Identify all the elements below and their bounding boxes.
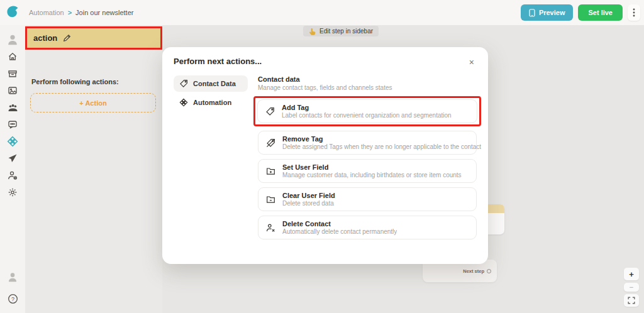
annotation-highlight: Add Tag Label contacts for convenient or…: [253, 96, 481, 126]
zoom-in-button[interactable]: +: [624, 268, 639, 280]
action-item-desc: Label contacts for convenient organizati…: [282, 112, 452, 119]
action-item-title: Delete Contact: [282, 220, 397, 228]
knot-icon: [179, 98, 188, 107]
next-step-connector-icon[interactable]: [487, 269, 491, 273]
tag-off-icon: [266, 138, 275, 148]
sidebar-item-settings[interactable]: [4, 184, 21, 200]
next-actions-modal: Perform next actions... × Contact Data A…: [162, 47, 488, 264]
folder-plus-icon: [266, 167, 275, 176]
set-live-button[interactable]: Set live: [578, 4, 623, 21]
section-subtitle: Manage contact tags, fields and channels…: [258, 84, 477, 91]
action-item-add-tag[interactable]: Add Tag Label contacts for convenient or…: [257, 99, 477, 123]
modal-header: Perform next actions... ×: [174, 57, 477, 68]
sidebar-item-contacts[interactable]: [4, 167, 21, 184]
preview-button-label: Preview: [539, 9, 565, 16]
close-icon[interactable]: ×: [467, 57, 477, 68]
step-name-label: action: [33, 33, 57, 43]
edit-step-tooltip: Edit step in sidebar: [303, 26, 379, 36]
fit-to-screen-button[interactable]: [624, 294, 639, 307]
panel-subtitle: Perform following actions:: [31, 78, 119, 85]
section-title: Contact data: [258, 75, 477, 83]
device-icon: [529, 9, 535, 17]
sidebar-item-store[interactable]: [4, 65, 21, 82]
breadcrumb: Automation > Join our newsletter: [29, 0, 133, 25]
topbar-actions: Preview Set live: [521, 4, 640, 21]
sidebar-rail: ?: [0, 25, 25, 313]
tab-contact-data[interactable]: Contact Data: [174, 75, 248, 92]
person-remove-icon: [266, 223, 275, 233]
tab-automation[interactable]: Automation: [174, 94, 248, 111]
help-icon[interactable]: ?: [4, 290, 21, 307]
action-item-delete-contact[interactable]: Delete Contact Automatically delete cont…: [258, 216, 477, 239]
next-step-label: Next step: [463, 268, 484, 274]
step-editor-panel: action Perform following actions: + Acti…: [25, 25, 162, 313]
workspace-avatar[interactable]: [4, 31, 21, 48]
action-item-title: Add Tag: [282, 104, 452, 111]
sidebar-bottom-group: ?: [4, 268, 21, 313]
tab-automation-label: Automation: [193, 99, 231, 106]
sidebar-item-home[interactable]: [4, 48, 21, 65]
preview-button[interactable]: Preview: [521, 4, 574, 21]
zoom-out-button[interactable]: −: [624, 283, 639, 292]
folder-minus-icon: [266, 195, 275, 204]
action-item-desc: Delete stored data: [282, 200, 335, 207]
user-avatar[interactable]: [4, 269, 21, 285]
modal-content: Contact data Manage contact tags, fields…: [258, 75, 477, 239]
action-item-remove-tag[interactable]: Remove Tag Delete assigned Tags when the…: [258, 131, 477, 155]
breadcrumb-section[interactable]: Automation: [29, 9, 64, 16]
breadcrumb-chevron-icon: >: [68, 9, 72, 16]
tag-icon: [265, 107, 275, 116]
action-item-title: Set User Field: [282, 163, 462, 171]
svg-text:?: ?: [11, 295, 14, 302]
hand-pointer-icon: [309, 28, 316, 35]
action-item-title: Remove Tag: [282, 135, 481, 143]
modal-tab-list: Contact Data Automation: [174, 75, 248, 239]
set-live-button-label: Set live: [588, 9, 613, 16]
action-item-desc: Manage customer data, including birthdat…: [282, 172, 462, 178]
canvas-zoom-controls: + −: [624, 268, 639, 307]
modal-body: Contact Data Automation Contact data Man…: [174, 75, 477, 239]
kebab-menu-icon: [633, 8, 635, 17]
sidebar-item-automation[interactable]: [4, 133, 21, 150]
action-item-desc: Delete assigned Tags when they are no lo…: [282, 143, 481, 150]
sidebar-item-chats[interactable]: [4, 116, 21, 133]
app-logo-icon[interactable]: [4, 4, 21, 21]
top-bar: Automation > Join our newsletter Preview…: [0, 0, 644, 25]
breadcrumb-page: Join our newsletter: [75, 9, 133, 16]
modal-title: Perform next actions...: [174, 57, 262, 66]
action-item-set-user-field[interactable]: Set User Field Manage customer data, inc…: [258, 159, 477, 183]
sidebar-item-audience[interactable]: [4, 99, 21, 116]
action-item-clear-user-field[interactable]: Clear User Field Delete stored data: [258, 187, 477, 211]
action-item-title: Clear User Field: [282, 192, 335, 199]
action-item-desc: Automatically delete contact permanently: [282, 228, 397, 235]
app-screen: Automation > Join our newsletter Preview…: [0, 0, 644, 313]
sidebar-item-media[interactable]: [4, 82, 21, 99]
add-action-button[interactable]: + Action: [30, 93, 156, 113]
step-name-field[interactable]: action: [25, 26, 162, 50]
edit-pencil-icon[interactable]: [63, 34, 71, 42]
action-list: Add Tag Label contacts for convenient or…: [258, 96, 477, 239]
tab-contact-data-label: Contact Data: [193, 80, 236, 87]
sidebar-item-broadcasts[interactable]: [4, 150, 21, 167]
tag-icon: [179, 79, 188, 88]
edit-step-tooltip-label: Edit step in sidebar: [319, 28, 373, 35]
more-options-button[interactable]: [628, 4, 640, 21]
